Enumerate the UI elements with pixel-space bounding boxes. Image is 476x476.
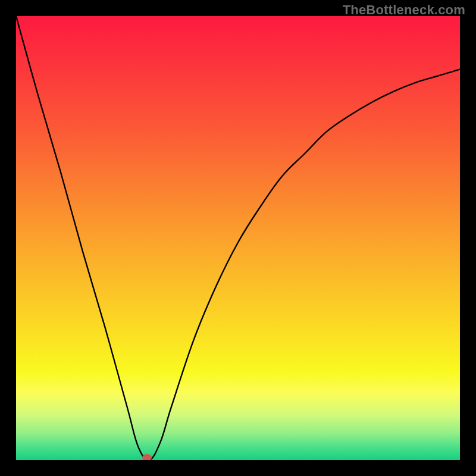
chart-svg: [16, 16, 460, 460]
plot-area: [16, 16, 460, 460]
chart-container: TheBottleneck.com: [0, 0, 476, 476]
watermark-text: TheBottleneck.com: [343, 2, 465, 18]
chart-background-gradient: [16, 16, 460, 460]
